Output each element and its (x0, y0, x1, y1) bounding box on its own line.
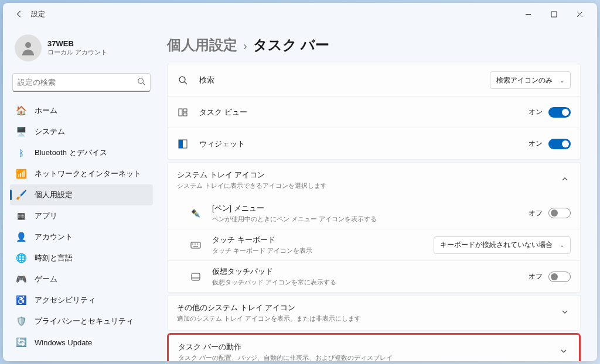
search-icon (177, 75, 189, 85)
update-icon: 🔄 (16, 337, 26, 348)
wifi-icon: 📶 (16, 169, 26, 179)
row-touch-keyboard: タッチ キーボード タッチ キーボード アイコンを表示 キーボードが接続されてい… (168, 229, 580, 260)
nav-privacy[interactable]: 🛡️プライバシーとセキュリティ (10, 311, 153, 332)
taskview-toggle[interactable] (548, 107, 571, 118)
sidebar: 37WEB ローカル アカウント 🏠ホーム 🖥️システム ᛒBluetooth … (3, 25, 160, 361)
widgets-icon (177, 139, 189, 149)
touchkb-dropdown[interactable]: キーボードが接続されていない場合 ⌄ (434, 236, 571, 254)
row-pen: ✒️ [ペン] メニュー ペンが使用中のときにペン メニュー アイコンを表示する… (168, 197, 580, 229)
minimize-button[interactable] (515, 5, 541, 23)
other-tray-expander[interactable]: その他のシステム トレイ アイコン 追加のシステム トレイ アイコンを表示、また… (168, 296, 580, 330)
close-button[interactable] (567, 5, 592, 23)
system-tray-section: システム トレイ アイコン システム トレイに表示できるアイコンを選択します ✒… (167, 162, 581, 293)
account-block[interactable]: 37WEB ローカル アカウント (10, 30, 153, 71)
taskbar-items-panel: 検索 検索アイコンのみ ⌄ タスク ビュー オン (167, 64, 581, 160)
back-button[interactable] (12, 7, 26, 21)
search-dropdown[interactable]: 検索アイコンのみ ⌄ (490, 71, 571, 89)
chevron-down-icon (559, 306, 571, 320)
settings-window: 設定 37WEB ローカル アカウント 🏠ホーム 🖥️システム ᛒ (3, 3, 597, 361)
globe-icon: 🌐 (16, 253, 26, 263)
nav-home[interactable]: 🏠ホーム (10, 100, 153, 121)
nav-bluetooth[interactable]: ᛒBluetooth とデバイス (10, 142, 153, 163)
touchpad-icon (190, 273, 202, 281)
main-content: 個人用設定 › タスク バー 検索 検索アイコンのみ ⌄ (160, 25, 597, 361)
behavior-expander[interactable]: タスク バーの動作 タスク バーの配置、バッジ、自動的に非表示、および複数のディ… (169, 335, 579, 361)
nav-accounts[interactable]: 👤アカウント (10, 226, 153, 248)
chevron-down-icon (558, 345, 570, 359)
gamepad-icon: 🎮 (16, 274, 26, 284)
pen-toggle[interactable] (548, 208, 571, 218)
svg-rect-19 (192, 273, 200, 280)
keyboard-icon (190, 242, 202, 249)
svg-line-6 (143, 83, 145, 85)
widgets-toggle[interactable] (548, 139, 571, 149)
nav-gaming[interactable]: 🎮ゲーム (10, 269, 153, 290)
breadcrumb-current: タスク バー (253, 36, 330, 54)
nav-personalization[interactable]: 🖌️個人用設定 (10, 184, 153, 205)
other-tray-section: その他のシステム トレイ アイコン 追加のシステム トレイ アイコンを表示、また… (167, 295, 581, 331)
svg-rect-10 (183, 109, 187, 112)
svg-rect-13 (179, 140, 183, 148)
row-virtual-touchpad: 仮想タッチパッド 仮想タッチパッド アイコンを常に表示する オフ (168, 260, 580, 292)
search-input-wrap[interactable] (12, 73, 151, 92)
breadcrumb: 個人用設定 › タスク バー (167, 36, 581, 54)
maximize-button[interactable] (541, 5, 567, 23)
taskview-icon (177, 108, 189, 116)
svg-rect-1 (551, 12, 557, 17)
nav-update[interactable]: 🔄Windows Update (10, 332, 153, 353)
nav-network[interactable]: 📶ネットワークとインターネット (10, 163, 153, 184)
row-taskview: タスク ビュー オン (168, 96, 580, 128)
system-icon: 🖥️ (16, 126, 26, 137)
chevron-right-icon: › (243, 39, 247, 53)
person-icon: 👤 (16, 232, 26, 242)
window-title: 設定 (31, 9, 45, 19)
accessibility-icon: ♿ (16, 295, 26, 305)
nav-time[interactable]: 🌐時刻と言語 (10, 248, 153, 269)
highlight-box: タスク バーの動作 タスク バーの配置、バッジ、自動的に非表示、および複数のディ… (167, 333, 581, 361)
svg-line-8 (185, 82, 187, 84)
svg-point-5 (138, 78, 144, 84)
brush-icon: 🖌️ (16, 190, 26, 200)
systray-expander[interactable]: システム トレイ アイコン システム トレイに表示できるアイコンを選択します (168, 163, 580, 197)
home-icon: 🏠 (16, 105, 26, 116)
avatar (15, 35, 42, 61)
chevron-up-icon (559, 173, 571, 187)
svg-rect-9 (179, 109, 182, 116)
search-input[interactable] (18, 78, 137, 87)
chevron-down-icon: ⌄ (560, 77, 564, 84)
account-name: 37WEB (47, 39, 107, 48)
svg-rect-11 (183, 113, 187, 116)
svg-point-7 (179, 77, 185, 83)
nav-apps[interactable]: ▦アプリ (10, 205, 153, 226)
nav-accessibility[interactable]: ♿アクセシビリティ (10, 290, 153, 311)
pen-icon: ✒️ (190, 209, 202, 218)
breadcrumb-parent[interactable]: 個人用設定 (167, 36, 237, 54)
svg-point-4 (25, 42, 31, 48)
bluetooth-icon: ᛒ (16, 147, 26, 158)
taskbar-behavior-section: タスク バーの動作 タスク バーの配置、バッジ、自動的に非表示、および複数のディ… (169, 335, 579, 361)
chevron-down-icon: ⌄ (560, 242, 564, 248)
shield-icon: 🛡️ (16, 316, 26, 327)
nav-system[interactable]: 🖥️システム (10, 121, 153, 142)
row-search: 検索 検索アイコンのみ ⌄ (168, 64, 580, 96)
account-type: ローカル アカウント (47, 48, 107, 57)
titlebar: 設定 (3, 3, 597, 25)
search-icon (137, 77, 145, 87)
touchpad-toggle[interactable] (548, 272, 571, 282)
apps-icon: ▦ (16, 211, 26, 221)
row-widgets: ウィジェット オン (168, 128, 580, 159)
svg-rect-14 (191, 242, 200, 248)
